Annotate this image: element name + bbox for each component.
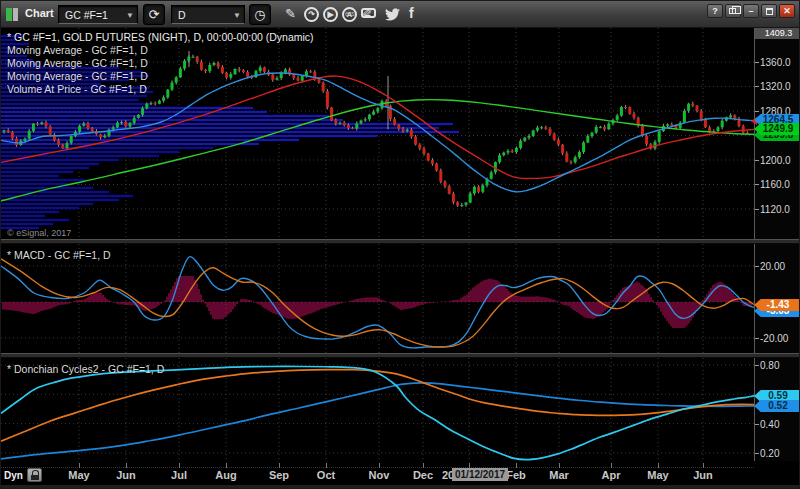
time-axis[interactable]: 2017 01/12/2017 MayJunJulAugSepOctNovDec… <box>1 468 800 484</box>
macd-panel[interactable] <box>1 244 754 353</box>
month-label: Jun <box>693 469 713 481</box>
facebook-f-icon: f <box>409 5 414 21</box>
minimize-icon: – <box>748 6 753 16</box>
time-template-button[interactable]: ◷ <box>249 4 271 25</box>
chat-button[interactable] <box>361 8 376 18</box>
clock-icon: ◷ <box>254 7 265 22</box>
legend-item: Moving Average - GC #F=1, D <box>7 44 148 56</box>
price-axis-label: 1200.0 <box>760 154 791 165</box>
window-bottom-edge <box>1 484 800 489</box>
minimize-button[interactable]: – <box>743 4 759 18</box>
lock-button[interactable] <box>27 468 42 482</box>
macd-panel-label: * MACD - GC #F=1, D <box>7 249 111 261</box>
month-label: Dec <box>413 469 433 481</box>
symbol-combo-value: GC #F=1 <box>65 9 108 21</box>
draw-pencil-button[interactable]: ✎ <box>285 6 296 22</box>
price-axis-label: 1360.0 <box>760 57 791 68</box>
help-icon: ? <box>712 6 718 16</box>
chevron-down-icon: ▼ <box>233 11 241 20</box>
month-label: Oct <box>317 469 335 481</box>
chart-area[interactable]: * GC #F=1, GOLD FUTURES (NIGHT), D, 00:0… <box>1 28 800 489</box>
month-label: Sep <box>269 469 289 481</box>
chevron-down-icon: ▼ <box>126 11 134 20</box>
close-button[interactable]: ✕ <box>779 4 795 18</box>
month-label: May <box>68 469 89 481</box>
refresh-icon: ⟳ <box>149 7 160 22</box>
ers-label: ers <box>345 10 355 17</box>
dyn-control[interactable]: Dyn <box>4 468 42 482</box>
axis-tick <box>755 209 759 210</box>
panel-splitter[interactable] <box>1 239 800 244</box>
month-label: Jun <box>116 469 136 481</box>
panel-splitter[interactable] <box>1 353 800 358</box>
axis-high-box: 1409.3 <box>755 28 800 39</box>
dyn-label: Dyn <box>4 470 23 481</box>
close-icon: ✕ <box>783 6 791 16</box>
price-badge-last: 1249.9 <box>754 123 800 135</box>
app-icon <box>6 8 19 21</box>
donchian-axis-label: 0.40 <box>760 419 779 430</box>
price-axis[interactable]: 1409.3 1360.01320.01280.01200.01160.0112… <box>754 28 800 461</box>
macd-badge-value: -1.43 <box>754 299 800 311</box>
price-axis-label: 1320.0 <box>760 81 791 92</box>
axis-tick <box>755 160 759 161</box>
maximize-icon <box>766 8 773 15</box>
legend-item: Moving Average - GC #F=1, D <box>7 57 148 69</box>
month-label: Feb <box>506 469 526 481</box>
interval-combo-value: D <box>178 9 186 21</box>
overlap-windows-icon <box>729 8 736 14</box>
symbol-combo[interactable]: GC #F=1 ▼ <box>58 5 138 24</box>
curve-arrow-icon: ↷ <box>308 10 315 19</box>
axis-tick <box>755 111 759 112</box>
month-label: Apr <box>602 469 621 481</box>
annotate-button[interactable]: ↷ <box>304 7 319 22</box>
month-label: Mar <box>549 469 569 481</box>
donchian-axis-label: 0.20 <box>760 448 779 459</box>
macd-axis-label: 20.00 <box>760 261 785 272</box>
month-label: Jul <box>171 469 187 481</box>
maximize-button[interactable] <box>761 4 777 18</box>
interval-combo[interactable]: D ▼ <box>171 5 245 24</box>
axis-tick <box>755 86 759 87</box>
twitter-button[interactable] <box>385 7 400 25</box>
main-legend-title: * GC #F=1, GOLD FUTURES (NIGHT), D, 00:0… <box>7 31 314 43</box>
play-icon: ▶ <box>327 10 333 19</box>
month-label: Nov <box>369 469 390 481</box>
macd-axis-label: -20.00 <box>760 333 788 344</box>
donchian-badge-blue: 0.52 <box>754 400 800 412</box>
price-axis-label: 1120.0 <box>760 203 790 214</box>
window-title: Chart <box>25 7 54 19</box>
donchian-panel-label: * Donchian Cycles2 - GC #F=1, D <box>7 363 164 375</box>
chart-window: Chart GC #F=1 ▼ ⟳ D ▼ ◷ ✎ ↷ ▶ A ✐ ers f … <box>0 0 800 489</box>
axis-tick <box>755 62 759 63</box>
price-axis-label: 1160.0 <box>760 179 790 190</box>
esignal-copyright: © eSignal, 2017 <box>7 228 71 238</box>
donchian-axis-label: 0.80 <box>760 360 779 371</box>
twitter-bird-icon <box>385 8 400 21</box>
selected-date-box: 01/12/2017 <box>452 468 508 481</box>
restore-layout-button[interactable] <box>725 4 741 18</box>
axis-tick <box>755 184 759 185</box>
help-button[interactable]: ? <box>707 4 723 18</box>
legend-item: Moving Average - GC #F=1, D <box>7 70 148 82</box>
time-axis-ticks <box>1 461 754 468</box>
symbol-lookup-button[interactable]: ⟳ <box>143 4 165 25</box>
month-label: May <box>647 469 668 481</box>
replay-button[interactable]: ▶ <box>323 7 338 22</box>
month-label: Aug <box>215 469 236 481</box>
toolbar: Chart GC #F=1 ▼ ⟳ D ▼ ◷ ✎ ↷ ▶ A ✐ ers f … <box>1 1 800 28</box>
pencil-icon: ✎ <box>285 6 296 21</box>
legend-item: Volume At Price - GC #F=1, D <box>7 83 147 95</box>
facebook-button[interactable]: f <box>409 5 414 22</box>
